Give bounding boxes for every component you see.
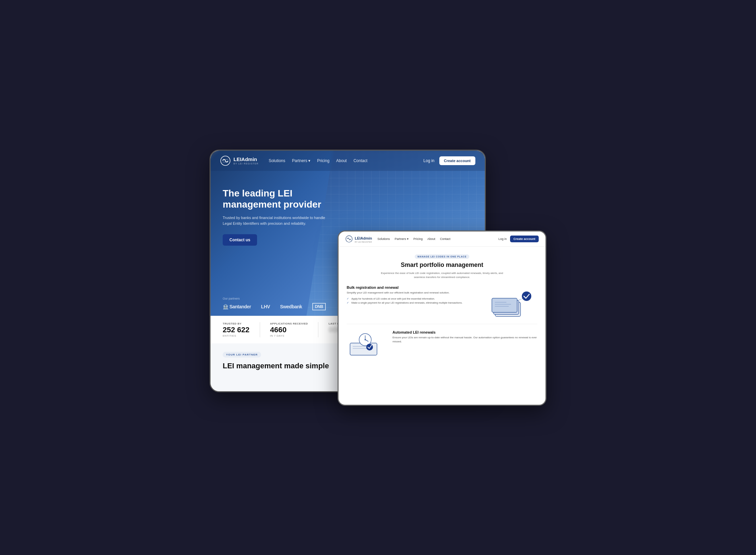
partners-logos: 🏦 Santander LHV Swedbank DNB <box>223 303 473 310</box>
small-tablet: LEIAdmin BY LEI REGISTER Solutions Partn… <box>338 230 546 406</box>
partner-santander: 🏦 Santander <box>223 304 251 309</box>
chevron-down-icon: ▾ <box>308 158 310 163</box>
feature-bulk-title: Bulk registration and renewal <box>347 285 481 289</box>
partners-strip: Our partners 🏦 Santander LHV Swedbank DN… <box>211 291 485 316</box>
nav-solutions[interactable]: Solutions <box>269 158 285 163</box>
partner-lhv: LHV <box>261 304 270 309</box>
divider <box>347 324 537 324</box>
create-account-button-small[interactable]: Create account <box>510 236 539 242</box>
feature-renewal-desc: Ensure your LEIs are remain up-to-date w… <box>392 336 537 344</box>
create-account-button-large[interactable]: Create account <box>439 156 475 165</box>
svg-point-17 <box>366 344 373 350</box>
stat-trusted-label: Trusted by <box>223 322 250 325</box>
logo: LEIAdmin BY LEI REGISTER <box>220 155 258 166</box>
login-button-large[interactable]: Log in <box>423 158 435 163</box>
nav-pricing[interactable]: Pricing <box>317 158 329 163</box>
partner-dnb: DNB <box>312 303 326 310</box>
nav-about[interactable]: About <box>336 158 347 163</box>
login-button-small[interactable]: Log in <box>498 237 507 241</box>
logo-icon <box>220 155 231 166</box>
feature-bulk-illustration <box>487 285 537 319</box>
small-subtitle: Experience the ease of bulk LEI code reg… <box>378 271 506 279</box>
contact-us-button[interactable]: Contact us <box>223 234 257 246</box>
svg-rect-4 <box>492 298 517 312</box>
scene: LEIAdmin BY LEI REGISTER Solutions Partn… <box>210 150 546 406</box>
nav-partners[interactable]: Partners ▾ <box>292 158 310 163</box>
svg-point-8 <box>522 291 531 301</box>
nav-contact[interactable]: Contact <box>353 158 367 163</box>
stat-trusted: Trusted by 252 622 Entities <box>223 322 260 337</box>
stat-applications-value: 4660 <box>270 326 308 334</box>
feature-renewal-illustration <box>347 330 387 357</box>
stat-trusted-unit: Entities <box>223 334 250 337</box>
renewal-svg <box>347 330 387 357</box>
hero-content: The leading LEI management provider Trus… <box>211 171 485 256</box>
feature-renewal: Automated LEI renewals Ensure your LEIs … <box>347 328 537 357</box>
hero-subtitle: Trusted by banks and financial instituti… <box>223 215 334 227</box>
feature-renewal-text: Automated LEI renewals Ensure your LEIs … <box>392 330 537 344</box>
nav-actions-large: Log in Create account <box>423 156 475 165</box>
stat-applications: Applications received 4660 In 7 days <box>270 322 319 337</box>
partner-swedbank: Swedbank <box>280 304 302 309</box>
stat-applications-unit: In 7 days <box>270 334 308 337</box>
partners-label: Our partners <box>223 297 473 300</box>
small-main-title: Smart portfolio management <box>347 261 537 269</box>
bulk-svg <box>487 285 537 319</box>
stat-trusted-value: 252 622 <box>223 326 250 334</box>
logo-text: LEIAdmin <box>233 156 257 162</box>
stat-applications-label: Applications received <box>270 322 308 325</box>
logo-sub: BY LEI REGISTER <box>233 162 258 165</box>
navbar-large: LEIAdmin BY LEI REGISTER Solutions Partn… <box>211 151 485 171</box>
feature-renewal-title: Automated LEI renewals <box>392 330 537 334</box>
your-lei-partner-badge: Your LEI Partner <box>223 352 261 358</box>
nav-links-large: Solutions Partners ▾ Pricing About Conta… <box>269 158 423 163</box>
small-nav-actions: Log in Create account <box>498 236 539 242</box>
hero-title: The leading LEI management provider <box>223 188 351 210</box>
